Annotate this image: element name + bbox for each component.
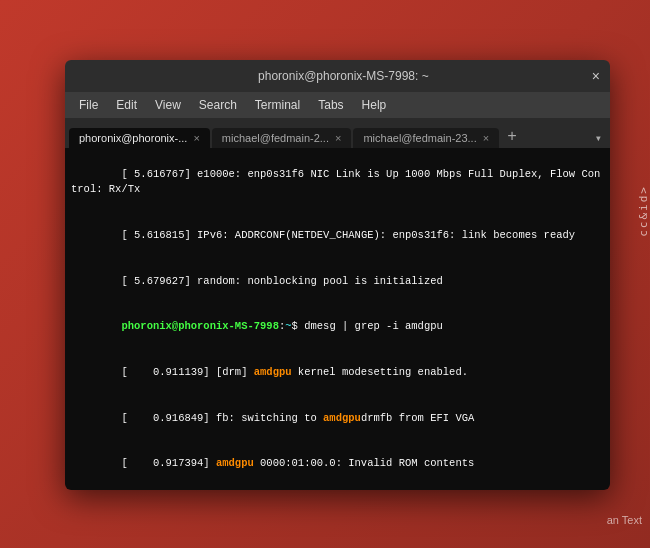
title-bar: phoronix@phoronix-MS-7998: ~ × [65, 60, 610, 92]
window-title: phoronix@phoronix-MS-7998: ~ [95, 69, 592, 83]
terminal-line-0: [ 5.616767] e1000e: enp0s31f6 NIC Link i… [71, 152, 604, 213]
tab-1-close[interactable]: × [335, 132, 341, 144]
terminal-line-1: [ 5.616815] IPv6: ADDRCONF(NETDEV_CHANGE… [71, 213, 604, 259]
menu-edit[interactable]: Edit [108, 96, 145, 114]
tab-1-label: michael@fedmain-2... [222, 132, 329, 144]
menu-file[interactable]: File [71, 96, 106, 114]
desktop: phoronix@phoronix-MS-7998: ~ × File Edit… [0, 0, 650, 548]
tab-1[interactable]: michael@fedmain-2... × [212, 128, 352, 148]
close-button[interactable]: × [592, 68, 600, 84]
tab-0-label: phoronix@phoronix-... [79, 132, 187, 144]
tab-0-close[interactable]: × [193, 132, 199, 144]
terminal-body[interactable]: [ 5.616767] e1000e: enp0s31f6 NIC Link i… [65, 148, 610, 490]
menu-tabs[interactable]: Tabs [310, 96, 351, 114]
terminal-line-3: phoronix@phoronix-MS-7998:~$ dmesg | gre… [71, 304, 604, 350]
terminal-line-4: [ 0.911139] [drm] amdgpu kernel modesett… [71, 350, 604, 396]
terminal-window: phoronix@phoronix-MS-7998: ~ × File Edit… [65, 60, 610, 490]
bottom-right-label: an Text [607, 514, 642, 526]
tab-bar: phoronix@phoronix-... × michael@fedmain-… [65, 118, 610, 148]
terminal-line-6: [ 0.917394] amdgpu 0000:01:00.0: Invalid… [71, 441, 604, 487]
right-edge-text: cc&id> [637, 185, 650, 237]
menu-help[interactable]: Help [354, 96, 395, 114]
menu-view[interactable]: View [147, 96, 189, 114]
menu-terminal[interactable]: Terminal [247, 96, 308, 114]
tab-2[interactable]: michael@fedmain-23... × [353, 128, 499, 148]
terminal-line-7: [ 0.918798] kernel BUG at /build/linux-c… [71, 487, 604, 490]
tab-2-close[interactable]: × [483, 132, 489, 144]
tab-add-button[interactable]: + [501, 126, 523, 148]
tab-2-label: michael@fedmain-23... [363, 132, 476, 144]
terminal-line-2: [ 5.679627] random: nonblocking pool is … [71, 259, 604, 305]
terminal-line-5: [ 0.916849] fb: switching to amdgpudrmfb… [71, 396, 604, 442]
tab-scroll-arrow[interactable]: ▾ [591, 129, 606, 148]
menu-search[interactable]: Search [191, 96, 245, 114]
menu-bar: File Edit View Search Terminal Tabs Help [65, 92, 610, 118]
tab-0[interactable]: phoronix@phoronix-... × [69, 128, 210, 148]
